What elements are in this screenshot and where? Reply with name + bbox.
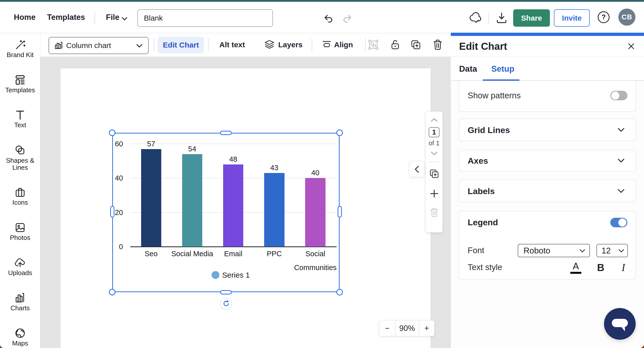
chevron-down-icon [579, 249, 585, 253]
header-divider [95, 12, 95, 24]
font-size-select[interactable]: 12 [596, 244, 628, 257]
chat-fab[interactable] [604, 308, 636, 340]
help-button[interactable]: ? [598, 11, 610, 23]
close-icon[interactable] [627, 41, 637, 51]
wand-icon [14, 39, 26, 51]
layers-icon[interactable] [264, 39, 275, 50]
sidebar-item-icons[interactable]: Icons [0, 186, 40, 206]
sidebar-item-label: Shapes &Lines [6, 157, 34, 171]
underline-style-button[interactable]: A [569, 261, 582, 274]
sidebar-item-charts[interactable]: Charts [0, 292, 40, 312]
align-button[interactable]: Align [334, 40, 353, 49]
page-count-label: of 1 [429, 139, 439, 147]
duplicate-page-icon[interactable] [429, 169, 439, 179]
bar-ppc[interactable] [264, 173, 285, 247]
invite-button[interactable]: Invite [554, 9, 590, 27]
alt-text-button[interactable]: Alt text [219, 40, 245, 49]
legend-series-label: Series 1 [222, 271, 250, 279]
tab-setup[interactable]: Setup [491, 57, 514, 81]
chevron-down-icon[interactable] [122, 17, 128, 21]
bar-email[interactable] [223, 164, 244, 247]
bold-style-button[interactable]: B [595, 262, 606, 274]
edit-chart-panel: Edit Chart Data Setup Show patterns Grid… [451, 32, 644, 348]
undo-button[interactable] [324, 15, 333, 23]
text-icon [14, 109, 26, 121]
sidebar-item-photos[interactable]: Photos [0, 222, 40, 241]
delete-page-icon [430, 207, 439, 218]
canvas-area: 020406057Seo54Social Media48Email43PPC40… [40, 57, 451, 348]
resize-handle-se[interactable] [336, 289, 343, 295]
font-size-value: 12 [601, 246, 611, 255]
resize-handle-e[interactable] [338, 206, 342, 218]
edit-chart-button[interactable]: Edit Chart [158, 37, 204, 53]
resize-handle-nw[interactable] [109, 129, 115, 136]
share-button[interactable]: Share [513, 9, 550, 27]
page-down-icon[interactable] [430, 151, 438, 156]
sidebar-item-label: Photos [10, 234, 30, 241]
font-label: Font [468, 246, 484, 255]
resize-handle-ne[interactable] [336, 129, 343, 136]
font-family-select[interactable]: Roboto [518, 244, 590, 257]
chart-type-select[interactable]: Column chart [49, 37, 149, 54]
panel-title: Edit Chart [459, 41, 507, 52]
chart-type-value: Column chart [66, 41, 111, 50]
briefcase-icon [14, 186, 26, 198]
bar-social-communities[interactable] [305, 178, 326, 247]
shapes-icon [14, 144, 26, 156]
download-button[interactable] [496, 12, 507, 24]
y-tick-label-60: 60 [103, 140, 123, 148]
resize-handle-sw[interactable] [109, 289, 115, 295]
bar-seo[interactable] [141, 149, 162, 247]
sidebar-item-label: Maps [12, 340, 28, 347]
collapse-panel-button[interactable] [409, 161, 424, 177]
chevron-down-icon[interactable] [617, 125, 627, 135]
sidebar-item-text[interactable]: Text [0, 109, 40, 128]
nav-templates[interactable]: Templates [47, 13, 85, 22]
italic-style-button[interactable]: I [619, 262, 628, 274]
legend-toggle[interactable] [610, 218, 627, 227]
sidebar-item-uploads[interactable]: Uploads [0, 257, 40, 276]
section-title: Grid Lines [468, 125, 510, 135]
current-page-box[interactable]: 1 [429, 127, 439, 137]
tab-data[interactable]: Data [459, 57, 477, 81]
section-card-labels[interactable]: Labels [459, 180, 636, 202]
redo-button[interactable] [343, 15, 352, 23]
section-card-axes[interactable]: Axes [459, 150, 636, 172]
design-page[interactable]: 020406057Seo54Social Media48Email43PPC40… [60, 68, 431, 348]
nav-home[interactable]: Home [14, 13, 35, 22]
sidebar-item-shapes-lines[interactable]: Shapes &Lines [0, 144, 40, 171]
layers-button[interactable]: Layers [278, 40, 303, 49]
resize-handle-w[interactable] [110, 206, 114, 218]
bar-social-media[interactable] [182, 154, 203, 247]
rotate-handle[interactable] [220, 298, 232, 309]
chevron-down-icon[interactable] [617, 186, 627, 196]
font-family-value: Roboto [524, 246, 550, 255]
show-patterns-toggle[interactable] [610, 91, 627, 100]
zoom-in-button[interactable]: + [419, 321, 434, 336]
sidebar-item-maps[interactable]: Maps [0, 327, 40, 347]
document-title-input[interactable] [137, 9, 273, 27]
group-objects-icon [368, 39, 379, 50]
globe-icon [14, 327, 26, 339]
sidebar-item-brand-kit[interactable]: Brand Kit [0, 39, 40, 58]
zoom-out-button[interactable]: − [379, 321, 395, 336]
sidebar-item-templates[interactable]: Templates [0, 74, 40, 94]
add-page-icon[interactable] [429, 189, 439, 198]
toolbar-divider-4 [365, 38, 366, 52]
duplicate-icon[interactable] [411, 39, 421, 50]
unlock-icon[interactable] [390, 39, 400, 50]
toolbar-divider-2 [208, 38, 209, 52]
trash-icon[interactable] [433, 39, 443, 50]
sidebar-item-label: Templates [5, 86, 35, 94]
chevron-down-icon[interactable] [617, 156, 627, 166]
zoom-level[interactable]: 90% [395, 321, 419, 336]
resize-handle-n[interactable] [220, 131, 232, 135]
align-icon[interactable] [322, 40, 332, 49]
section-card-grid-lines[interactable]: Grid Lines [459, 118, 636, 141]
resize-handle-s[interactable] [220, 290, 232, 294]
bar-value-label: 48 [218, 155, 248, 163]
chevron-down-icon [136, 44, 143, 48]
avatar[interactable]: CB [618, 9, 635, 26]
file-menu[interactable]: File [106, 13, 119, 22]
page-up-icon[interactable] [430, 118, 438, 122]
